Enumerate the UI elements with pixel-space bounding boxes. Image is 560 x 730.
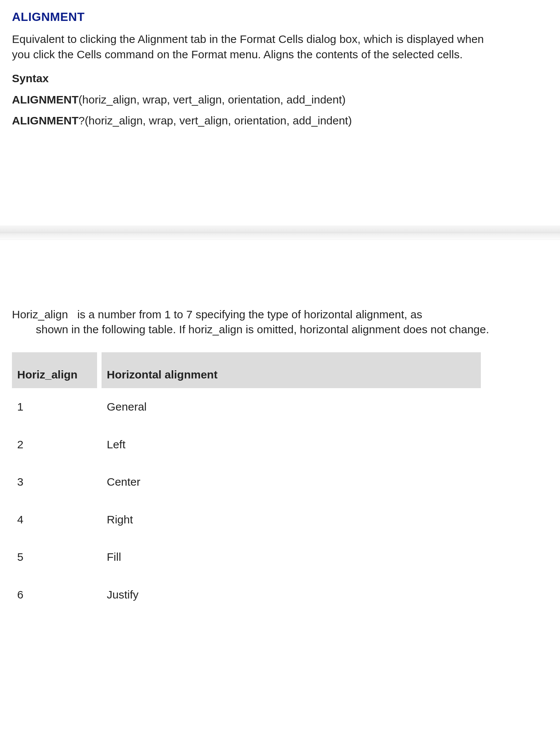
syntax-line-2: ALIGNMENT?(horiz_align, wrap, vert_align… bbox=[12, 113, 548, 129]
cell-desc: Center bbox=[102, 463, 481, 501]
param-name: Horiz_align bbox=[12, 308, 68, 321]
param-text-first: is a number from 1 to 7 specifying the t… bbox=[77, 308, 422, 321]
description-text: Equivalent to clicking the Alignment tab… bbox=[12, 32, 505, 62]
table-row: 5 Fill bbox=[12, 538, 481, 576]
syntax-args-1: (horiz_align, wrap, vert_align, orientat… bbox=[78, 93, 345, 106]
cell-desc: Fill bbox=[102, 538, 481, 576]
table-row: 4 Right bbox=[12, 501, 481, 539]
cell-desc: Left bbox=[102, 426, 481, 464]
cell-code: 6 bbox=[12, 576, 97, 614]
body-section: Horiz_align is a number from 1 to 7 spec… bbox=[0, 240, 560, 614]
syntax-fn-1: ALIGNMENT bbox=[12, 93, 78, 106]
page-title: ALIGNMENT bbox=[12, 9, 548, 25]
syntax-args-2: (horiz_align, wrap, vert_align, orientat… bbox=[85, 114, 352, 127]
table-header-code: Horiz_align bbox=[12, 352, 97, 389]
table-row: 1 General bbox=[12, 388, 481, 426]
cell-desc: Justify bbox=[102, 576, 481, 614]
horiz-align-table: Horiz_align Horizontal alignment 1 Gener… bbox=[7, 352, 485, 614]
cell-desc: Right bbox=[102, 501, 481, 539]
section-divider bbox=[0, 226, 560, 240]
table-header-row: Horiz_align Horizontal alignment bbox=[12, 352, 481, 389]
syntax-fn-2: ALIGNMENT bbox=[12, 114, 78, 127]
cell-code: 5 bbox=[12, 538, 97, 576]
syntax-line-1: ALIGNMENT(horiz_align, wrap, vert_align,… bbox=[12, 92, 548, 108]
doc-page: ALIGNMENT Equivalent to clicking the Ali… bbox=[0, 0, 560, 613]
cell-code: 1 bbox=[12, 388, 97, 426]
syntax-q-2: ? bbox=[78, 114, 85, 127]
header-section: ALIGNMENT Equivalent to clicking the Ali… bbox=[0, 0, 560, 129]
table-row: 2 Left bbox=[12, 426, 481, 464]
table-row: 3 Center bbox=[12, 463, 481, 501]
cell-code: 4 bbox=[12, 501, 97, 539]
param-horiz-align: Horiz_align is a number from 1 to 7 spec… bbox=[12, 307, 505, 337]
param-text-rest: shown in the following table. If horiz_a… bbox=[12, 322, 505, 337]
cell-desc: General bbox=[102, 388, 481, 426]
cell-code: 3 bbox=[12, 463, 97, 501]
param-gap bbox=[68, 308, 77, 321]
cell-code: 2 bbox=[12, 426, 97, 464]
syntax-heading: Syntax bbox=[12, 71, 548, 86]
table-row: 6 Justify bbox=[12, 576, 481, 614]
table-header-desc: Horizontal alignment bbox=[102, 352, 481, 389]
